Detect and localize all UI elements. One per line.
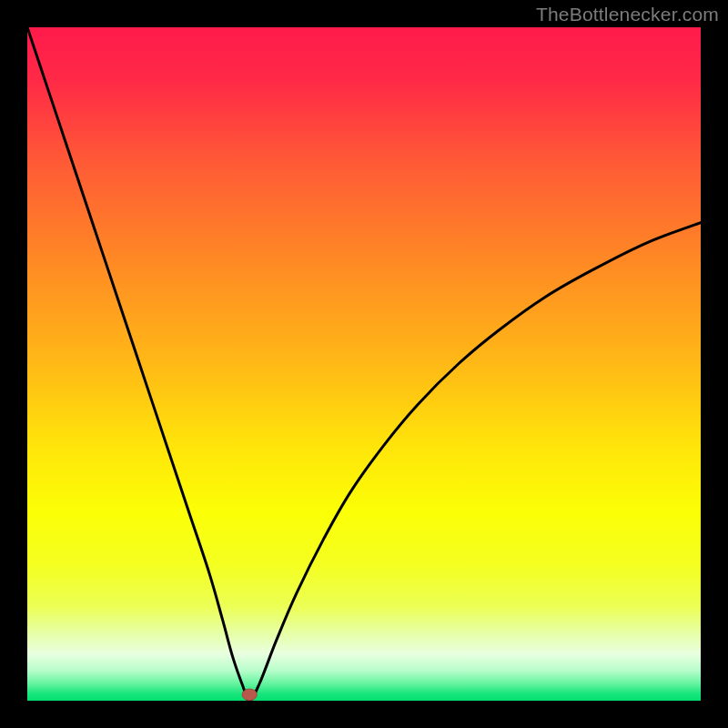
watermark-text: TheBottlenecker.com [536,4,719,25]
plot-area [27,27,701,701]
chart-frame: TheBottlenecker.com [0,0,728,728]
chart-svg [27,27,701,701]
minimum-marker [242,689,257,701]
gradient-background [27,27,701,701]
